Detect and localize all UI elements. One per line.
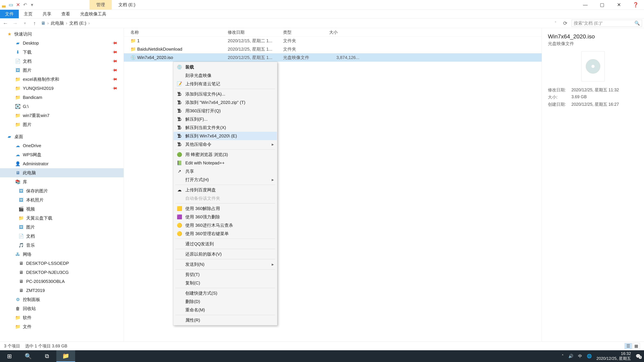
nav-lib-item[interactable]: 🖼保存的图片: [0, 186, 124, 195]
tray-overflow-icon[interactable]: ˄: [562, 354, 564, 359]
ribbon-file[interactable]: 文件: [0, 10, 19, 18]
delete-icon[interactable]: ✕: [16, 2, 20, 7]
nav-folder[interactable]: 📁文件: [0, 322, 124, 331]
menu-item[interactable]: 💿装载: [174, 63, 277, 71]
nav-this-pc[interactable]: 🖥此电脑: [0, 168, 124, 177]
nav-folder[interactable]: 📁Bandicam: [0, 93, 124, 102]
ribbon-home[interactable]: 主页: [19, 10, 38, 18]
search-button[interactable]: 🔍: [19, 350, 38, 362]
start-button[interactable]: ⊞: [0, 350, 19, 362]
menu-item[interactable]: 🟡使用 360管理右键菜单: [174, 229, 277, 238]
nav-wps[interactable]: ☁WPS网盘: [0, 150, 124, 159]
breadcrumb-dropdown[interactable]: ˅: [552, 21, 559, 25]
menu-item[interactable]: 🗜添加到 "Win7x64_2020.zip" (T): [174, 98, 277, 107]
menu-item[interactable]: 🟡使用 360进行木马云查杀: [174, 221, 277, 229]
ribbon-share[interactable]: 共享: [38, 10, 56, 18]
back-button[interactable]: ←: [2, 20, 9, 26]
network-icon[interactable]: 🌐: [587, 354, 592, 359]
nav-pictures[interactable]: 🖼图片📌: [0, 66, 124, 75]
menu-item[interactable]: 发送到(N)▸: [174, 260, 277, 269]
contextual-tab[interactable]: 管理: [90, 0, 112, 9]
nav-recycle[interactable]: 🗑回收站: [0, 304, 124, 313]
nav-folder[interactable]: 📁YUNQISHI2019📌: [0, 84, 124, 93]
nav-folder[interactable]: 📁excel表格制作求和📌: [0, 75, 124, 84]
nav-folder[interactable]: 📁win7重装win7: [0, 111, 124, 120]
nav-quick-access[interactable]: ★快速访问: [0, 29, 124, 38]
nav-desktop-root[interactable]: ▰桌面: [0, 132, 124, 141]
nav-desktop[interactable]: ▰Desktop📌: [0, 38, 124, 48]
nav-lib-item[interactable]: 🎬视频: [0, 204, 124, 214]
nav-net-pc[interactable]: 🖥PC-20190530OBLA: [0, 277, 124, 286]
menu-item[interactable]: 属性(R): [174, 316, 277, 324]
nav-net-pc[interactable]: 🖥ZMT2019: [0, 286, 124, 295]
menu-item[interactable]: 🟪使用 360强力删除: [174, 213, 277, 221]
minimize-button[interactable]: —: [577, 0, 594, 9]
ribbon-view[interactable]: 查看: [56, 10, 75, 18]
menu-item[interactable]: 打开方式(H)▸: [174, 175, 277, 184]
clock[interactable]: 16:32 2020/12/25, 星期五: [596, 351, 631, 361]
breadcrumb[interactable]: 🖥 › 此电脑 › 文档 (E:) ›: [41, 20, 549, 26]
menu-item[interactable]: 创建快捷方式(S): [174, 289, 277, 297]
menu-item[interactable]: ☁上传到百度网盘: [174, 186, 277, 194]
file-row[interactable]: 📁 BaiduNetdiskDownload 2020/12/25, 星期五 1…: [124, 45, 542, 53]
nav-lib-item[interactable]: 📁天翼云盘下载: [0, 214, 124, 223]
nav-drive[interactable]: 💽G:\: [0, 102, 124, 111]
menu-item[interactable]: 🗜解压到当前文件夹(X): [174, 123, 277, 132]
nav-net-pc[interactable]: 🖥DESKTOP-NJEU3CG: [0, 268, 124, 277]
menu-item[interactable]: 复制(C): [174, 279, 277, 287]
refresh-button[interactable]: ⟳: [562, 20, 568, 26]
undo-icon[interactable]: ↶: [22, 2, 28, 7]
file-row[interactable]: 📁 1 2020/12/15, 星期二 1... 文件夹: [124, 36, 542, 45]
nav-user[interactable]: 👤Administrator: [0, 159, 124, 168]
nav-network[interactable]: 🖧网络: [0, 250, 124, 259]
navigation-pane[interactable]: ★快速访问 ▰Desktop📌 ⬇下载📌 📄文档📌 🖼图片📌 📁excel表格制…: [0, 28, 124, 342]
volume-icon[interactable]: 🔊: [568, 354, 574, 359]
menu-item[interactable]: 📝上传到有道云笔记: [174, 80, 277, 88]
action-center-icon[interactable]: 💬3: [636, 354, 641, 359]
menu-item[interactable]: 通过QQ发送到: [174, 240, 277, 248]
nav-documents[interactable]: 📄文档📌: [0, 57, 124, 66]
menu-item[interactable]: 还原以前的版本(V): [174, 250, 277, 258]
nav-folder[interactable]: 📁软件: [0, 313, 124, 322]
help-button[interactable]: ❓: [627, 0, 644, 9]
nav-libraries[interactable]: 📚库: [0, 177, 124, 186]
menu-item[interactable]: 🗜用360压缩打开(Q): [174, 107, 277, 115]
menu-item[interactable]: ↗共享: [174, 167, 277, 175]
dropdown-icon[interactable]: ▾: [30, 2, 34, 7]
maximize-button[interactable]: ▢: [594, 0, 610, 9]
nav-net-pc[interactable]: 🖥DESKTOP-LSSOEDP: [0, 259, 124, 268]
menu-item[interactable]: 重命名(M): [174, 306, 277, 314]
search-input[interactable]: 搜索"文档 (E:)" 🔍: [572, 20, 642, 27]
details-view-button[interactable]: ☰: [624, 343, 632, 349]
menu-item[interactable]: 🗜解压到(F)...: [174, 115, 277, 123]
explorer-taskbar-button[interactable]: 📁: [56, 350, 75, 362]
properties-icon[interactable]: ▭: [8, 2, 14, 7]
nav-control-panel[interactable]: ⚙控制面板: [0, 295, 124, 304]
menu-item[interactable]: 刻录光盘映像: [174, 71, 277, 80]
nav-lib-item[interactable]: 🖼图片: [0, 223, 124, 232]
up-button[interactable]: ↑: [31, 20, 38, 26]
menu-item[interactable]: 🟢用 蜂蜜浏览器 浏览(3): [174, 150, 277, 159]
menu-item[interactable]: 🟨使用 360解除占用: [174, 204, 277, 213]
ribbon-disc-tools[interactable]: 光盘映像工具: [75, 10, 111, 18]
task-view-button[interactable]: ⧉: [38, 350, 56, 362]
ime-indicator[interactable]: 中: [578, 354, 582, 359]
nav-folder[interactable]: 📁图片: [0, 120, 124, 129]
taskbar[interactable]: ⊞ 🔍 ⧉ 📁 ˄ 🔊 中 🌐 16:32 2020/12/25, 星期五 💬3: [0, 350, 644, 362]
menu-item[interactable]: 🗜其他压缩命令▸: [174, 140, 277, 148]
close-button[interactable]: ✕: [610, 0, 627, 9]
menu-item[interactable]: 🗜解压到 Win7x64_2020\ (E): [174, 132, 277, 140]
nav-lib-item[interactable]: 📄文档: [0, 232, 124, 241]
nav-onedrive[interactable]: ☁OneDrive: [0, 141, 124, 150]
recent-dropdown[interactable]: ▾: [22, 21, 28, 25]
file-row-selected[interactable]: 💿 Win7x64_2020.iso 2020/12/25, 星期五 1... …: [124, 53, 542, 62]
column-headers[interactable]: 名称 修改日期 类型 大小: [124, 28, 542, 36]
menu-item[interactable]: 删除(D): [174, 297, 277, 306]
menu-item[interactable]: 🗜添加到压缩文件(A)...: [174, 90, 277, 98]
nav-downloads[interactable]: ⬇下载📌: [0, 48, 124, 57]
icons-view-button[interactable]: ▦: [632, 343, 640, 349]
menu-item[interactable]: 📗Edit with Notepad++: [174, 159, 277, 167]
menu-item[interactable]: 剪切(T): [174, 270, 277, 279]
nav-lib-item[interactable]: 🖼本机照片: [0, 195, 124, 204]
nav-lib-item[interactable]: 🎵音乐: [0, 241, 124, 250]
